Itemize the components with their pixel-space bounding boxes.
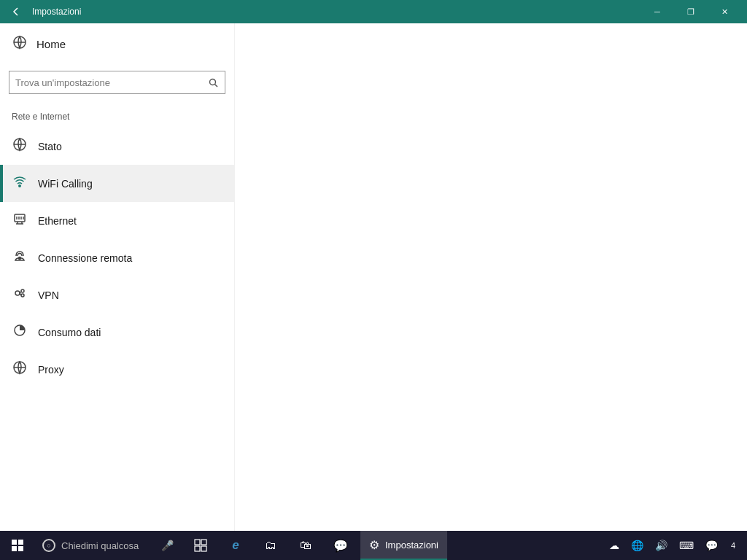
svg-rect-27 <box>201 546 206 551</box>
edge-app[interactable]: e <box>219 531 252 560</box>
svg-point-17 <box>21 289 24 292</box>
proxy-label: Proxy <box>38 364 64 376</box>
svg-rect-25 <box>201 540 206 545</box>
sidebar: Home Rete e Internet Stato <box>0 23 235 531</box>
ethernet-icon <box>12 211 28 230</box>
minimize-button[interactable]: ─ <box>640 0 674 23</box>
cortana-icon: ○ <box>42 539 55 552</box>
section-label: Rete e Internet <box>0 106 234 128</box>
consumo-dati-label: Consumo dati <box>38 327 101 338</box>
home-label: Home <box>36 38 66 50</box>
explorer-app[interactable]: 🗂 <box>254 531 287 560</box>
svg-point-18 <box>21 294 24 297</box>
connessione-remota-label: Connessione remota <box>38 252 132 264</box>
stato-label: Stato <box>38 141 62 152</box>
cortana-placeholder: Chiedimi qualcosa <box>61 540 139 551</box>
search-box[interactable] <box>9 71 225 94</box>
home-icon <box>12 35 28 53</box>
sidebar-item-consumo-dati[interactable]: Consumo dati <box>0 314 234 351</box>
microphone-icon: 🎤 <box>161 540 174 551</box>
action-center-icon[interactable]: 💬 <box>701 531 722 560</box>
start-button[interactable] <box>0 531 35 560</box>
search-icon <box>201 71 225 94</box>
proxy-icon <box>12 360 28 378</box>
sidebar-item-wifi-calling[interactable]: WiFi Calling <box>0 165 234 202</box>
explorer-icon: 🗂 <box>265 539 276 552</box>
connessione-remota-icon <box>12 249 28 267</box>
ethernet-label: Ethernet <box>38 215 77 227</box>
window-controls: ─ ❐ ✕ <box>640 0 741 23</box>
taskbar-apps: e 🗂 🛍 💬 <box>181 531 360 560</box>
system-clock[interactable]: 4 <box>725 541 741 550</box>
titlebar: Impostazioni ─ ❐ ✕ <box>0 0 747 23</box>
sidebar-item-ethernet[interactable]: Ethernet <box>0 202 234 239</box>
teams-icon: 💬 <box>333 539 348 553</box>
store-app[interactable]: 🛍 <box>289 531 322 560</box>
wifi-calling-icon <box>12 174 28 192</box>
active-app-button[interactable]: ⚙ Impostazioni <box>360 531 447 560</box>
vpn-icon <box>12 286 28 304</box>
stato-icon <box>12 137 28 155</box>
sidebar-item-stato[interactable]: Stato <box>0 128 234 165</box>
consumo-dati-icon <box>12 323 28 341</box>
active-app-icon: ⚙ <box>369 538 379 552</box>
content-area <box>235 23 747 531</box>
svg-rect-26 <box>195 546 200 551</box>
svg-line-20 <box>20 293 21 295</box>
edge-icon: e <box>232 538 239 553</box>
main-area: Home Rete e Internet Stato <box>0 23 747 531</box>
svg-point-6 <box>19 185 20 187</box>
svg-point-16 <box>15 291 20 295</box>
cortana-search[interactable]: ○ Chiedimi qualcosa 🎤 <box>35 531 181 560</box>
network-icon[interactable]: 🌐 <box>627 531 648 560</box>
taskbar: ○ Chiedimi qualcosa 🎤 e 🗂 🛍 💬 <box>0 531 747 560</box>
teams-app[interactable]: 💬 <box>324 531 357 560</box>
windows-logo-icon <box>12 540 23 551</box>
sidebar-item-proxy[interactable]: Proxy <box>0 351 234 388</box>
onedrive-icon[interactable]: ☁ <box>605 531 624 560</box>
svg-line-3 <box>214 84 217 87</box>
keyboard-icon[interactable]: ⌨ <box>675 531 698 560</box>
close-button[interactable]: ✕ <box>708 0 741 23</box>
window-title: Impostazioni <box>32 7 81 17</box>
svg-rect-24 <box>195 540 200 545</box>
active-app-label: Impostazioni <box>385 540 438 551</box>
back-button[interactable] <box>6 1 26 22</box>
sidebar-item-connessione-remota[interactable]: Connessione remota <box>0 239 234 276</box>
sidebar-item-home[interactable]: Home <box>0 23 234 65</box>
maximize-button[interactable]: ❐ <box>674 0 708 23</box>
wifi-calling-label: WiFi Calling <box>38 178 93 190</box>
task-view-button[interactable] <box>184 531 217 560</box>
search-input[interactable] <box>9 77 201 88</box>
taskbar-right-area: ☁ 🌐 🔊 ⌨ 💬 4 <box>599 531 747 560</box>
volume-icon[interactable]: 🔊 <box>651 531 672 560</box>
svg-point-15 <box>19 257 21 260</box>
svg-point-2 <box>209 79 215 85</box>
sidebar-item-vpn[interactable]: VPN <box>0 276 234 314</box>
store-icon: 🛍 <box>300 539 311 552</box>
titlebar-left: Impostazioni <box>6 1 81 22</box>
vpn-label: VPN <box>38 289 59 301</box>
